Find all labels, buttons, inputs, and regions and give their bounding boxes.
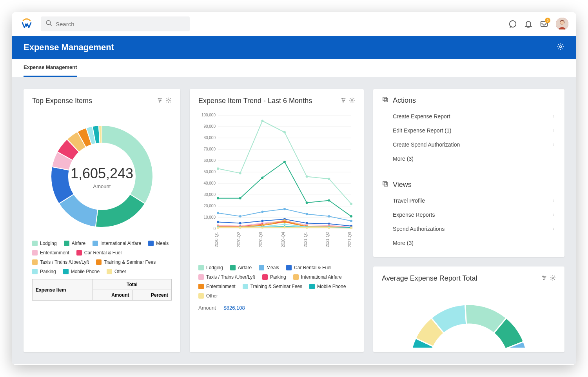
view-more[interactable]: More (3) [382,236,556,250]
filter-icon[interactable] [157,97,163,105]
legend-item[interactable]: Other [198,293,218,299]
legend-item[interactable]: Parking [262,274,286,280]
legend-item[interactable]: Parking [32,269,56,274]
legend-label: International Airfare [301,274,342,280]
svg-point-60 [261,177,263,179]
svg-text:90,000: 90,000 [203,124,216,129]
legend-label: Entertainment [206,284,236,289]
svg-point-21 [351,100,353,101]
svg-point-110 [283,223,286,225]
legend-label: Airfare [72,241,85,246]
amount-value[interactable]: $826,108 [223,305,245,311]
action-more[interactable]: More (3) [382,152,556,166]
svg-text:10,000: 10,000 [203,215,216,219]
legend-label: Taxis / Trains /Uber/Lyft [40,259,89,265]
legend-item[interactable]: Car Rental & Fuel [286,265,331,270]
legend-swatch [243,284,248,289]
svg-point-136 [544,277,545,278]
tab-expense-management[interactable]: Expense Management [24,59,77,77]
legend-item[interactable]: Lodging [32,241,57,246]
action-edit-expense-report[interactable]: Edit Expense Report (1) [382,123,556,138]
inbox-badge: 6 [545,18,550,23]
table-col-expense-item: Expense Item [33,279,93,301]
notifications-icon[interactable] [521,17,535,31]
legend-item[interactable]: Mobile Phone [63,269,100,274]
tab-bar: Expense Management [12,59,576,77]
legend-label: Parking [270,274,286,280]
svg-rect-131 [384,183,388,186]
action-create-spend-authorization[interactable]: Create Spend Authorization [382,138,556,152]
legend-item[interactable]: Taxis / Trains /Uber/Lyft [32,259,89,265]
svg-text:50,000: 50,000 [203,170,216,174]
legend-item[interactable]: Mobile Phone [309,284,346,289]
page-title: Expense Management [24,42,114,53]
legend-label: Taxis / Trains /Uber/Lyft [206,274,255,280]
svg-point-59 [239,197,241,199]
svg-rect-129 [384,98,388,102]
user-avatar[interactable] [556,18,568,30]
legend-item[interactable]: Other [107,269,126,274]
svg-point-53 [261,120,263,122]
legend-item[interactable]: International Airfare [93,241,141,246]
svg-point-125 [306,227,308,229]
svg-point-20 [343,102,343,102]
inbox-icon[interactable]: 6 [537,17,551,31]
card-title: Average Expense Report Total [382,274,541,283]
legend-item[interactable]: Training & Seminar Fees [96,259,156,265]
svg-text:30,000: 30,000 [203,192,216,197]
view-expense-reports[interactable]: Expense Reports [382,208,556,222]
search-icon [45,20,56,28]
svg-point-54 [283,131,286,134]
legend-swatch [63,269,69,274]
global-search[interactable] [41,16,190,31]
legend-label: Other [114,269,126,274]
legend-swatch [198,284,204,289]
half-donut-chart[interactable] [402,293,535,348]
svg-point-65 [217,212,219,214]
line-chart[interactable]: 010,00020,00030,00040,00050,00060,00070,… [198,110,355,258]
gear-icon[interactable] [550,275,556,283]
legend-item[interactable]: Entertainment [198,284,236,289]
filter-icon[interactable] [541,275,547,283]
gear-icon[interactable] [165,97,172,105]
legend-item[interactable]: Entertainment [32,250,69,256]
svg-point-6 [560,21,564,25]
legend-label: Mobile Phone [317,284,346,289]
svg-text:60,000: 60,000 [203,158,216,163]
donut-chart[interactable]: 1,605,243 Amount [43,118,161,237]
legend-item[interactable]: Taxis / Trains /Uber/Lyft [198,274,255,280]
page-settings-icon[interactable] [557,43,564,52]
svg-point-103 [283,221,286,223]
chat-icon[interactable] [506,17,520,31]
legend-item[interactable]: Lodging [198,265,223,270]
svg-point-58 [217,197,219,199]
legend-item[interactable]: Meals [259,265,279,270]
svg-point-135 [543,276,543,277]
workday-logo[interactable] [20,17,34,31]
view-travel-profile[interactable]: Travel Profile [382,194,556,208]
legend-label: Parking [40,269,56,274]
table-group-total: Total [93,279,171,290]
legend-item[interactable]: Airfare [230,265,252,270]
filter-icon[interactable] [340,97,347,105]
svg-point-56 [328,178,330,180]
svg-point-12 [160,100,161,101]
legend-item[interactable]: Training & Seminar Fees [243,284,302,289]
legend-item[interactable]: Meals [148,241,169,246]
svg-point-73 [239,222,241,225]
legend-swatch [32,241,38,246]
legend-item[interactable]: International Airfare [293,274,342,280]
legend-swatch [286,265,292,270]
legend-item[interactable]: Airfare [64,241,85,246]
view-spend-authorizations[interactable]: Spend Authorizations [382,222,556,236]
gear-icon[interactable] [349,97,355,105]
card-expense-trend: Expense Item Trend - Last 6 Months 010,0… [190,89,364,352]
svg-point-121 [217,227,219,229]
svg-text:80,000: 80,000 [203,136,216,140]
legend-swatch [309,284,315,289]
legend-item[interactable]: Car Rental & Fuel [76,250,122,256]
action-create-expense-report[interactable]: Create Expense Report [382,109,556,123]
legend-label: Car Rental & Fuel [294,265,331,270]
search-input[interactable] [56,21,185,27]
legend-swatch [293,274,299,280]
